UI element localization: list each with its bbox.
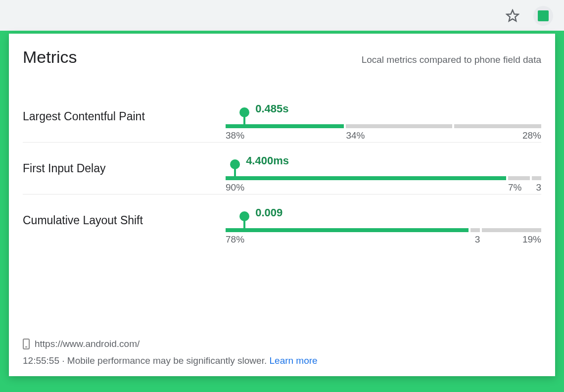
phone-icon — [23, 339, 30, 349]
extension-status-icon — [538, 10, 549, 21]
metrics-panel: Metrics Local metrics compared to phone … — [9, 34, 555, 376]
panel-footer: https://www.android.com/ 12:55:55 · Mobi… — [23, 327, 541, 366]
separator: · — [59, 355, 67, 366]
bar-segment-ni: 34% — [346, 124, 452, 128]
bar-segment-good: 90% — [226, 176, 506, 180]
metric-bar: 90%7%34.400ms — [226, 156, 541, 180]
bookmark-star-icon[interactable] — [506, 9, 519, 23]
timestamp: 12:55:55 — [23, 355, 59, 366]
segment-label: 28% — [522, 130, 541, 141]
segment-label: 78% — [226, 234, 244, 245]
panel-header: Metrics Local metrics compared to phone … — [23, 48, 541, 67]
tested-url: https://www.android.com/ — [35, 339, 140, 349]
browser-toolbar — [0, 0, 564, 31]
segment-label: 19% — [522, 234, 541, 245]
distribution-bar: 78%319% — [226, 228, 541, 232]
perf-warning: Mobile performance may be significantly … — [67, 355, 270, 366]
distribution-bar: 90%7%3 — [226, 176, 541, 180]
segment-label: 38% — [226, 130, 244, 141]
metric-bar: 38%34%28%0.485s — [226, 104, 541, 128]
extension-badge[interactable] — [533, 6, 553, 26]
local-value-label: 0.009 — [255, 206, 282, 219]
footer-info-line: 12:55:55 · Mobile performance may be sig… — [23, 355, 541, 366]
metric-name: First Input Delay — [23, 162, 226, 175]
metric-row: Largest Contentful Paint38%34%28%0.485s — [23, 91, 541, 143]
panel-title: Metrics — [23, 48, 77, 67]
panel-subtitle: Local metrics compared to phone field da… — [362, 54, 541, 65]
metric-name: Largest Contentful Paint — [23, 110, 226, 123]
learn-more-link[interactable]: Learn more — [270, 355, 318, 366]
segment-label: 7% — [508, 182, 521, 193]
svg-marker-0 — [507, 10, 518, 21]
bar-segment-ni: 7% — [508, 176, 530, 180]
footer-url-line: https://www.android.com/ — [23, 339, 541, 349]
local-value-marker: 0.485s — [243, 111, 245, 128]
metric-row: First Input Delay90%7%34.400ms — [23, 143, 541, 195]
bar-segment-poor: 3 — [532, 176, 541, 180]
metric-name: Cumulative Layout Shift — [23, 214, 226, 227]
segment-label: 34% — [346, 130, 365, 141]
segment-label: 3 — [536, 182, 541, 193]
segment-label: 90% — [226, 182, 244, 193]
local-value-label: 4.400ms — [246, 154, 289, 167]
bar-segment-ni: 3 — [470, 228, 480, 232]
segment-label: 3 — [475, 234, 480, 245]
metric-bar: 78%319%0.009 — [226, 208, 541, 232]
bar-segment-good: 78% — [226, 228, 469, 232]
local-value-marker: 0.009 — [243, 215, 245, 232]
distribution-bar: 38%34%28% — [226, 124, 541, 128]
bar-segment-poor: 19% — [482, 228, 541, 232]
local-value-label: 0.485s — [255, 102, 288, 115]
bar-segment-poor: 28% — [454, 124, 541, 128]
local-value-marker: 4.400ms — [234, 163, 236, 180]
metric-row: Cumulative Layout Shift78%319%0.009 — [23, 195, 541, 246]
